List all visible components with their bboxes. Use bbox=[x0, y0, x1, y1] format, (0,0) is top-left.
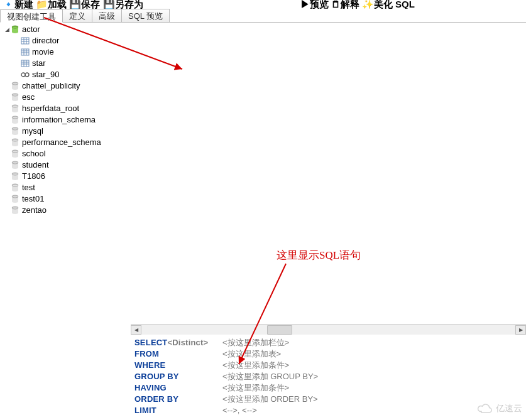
sql-keyword: LIMIT bbox=[134, 405, 222, 416]
table-icon bbox=[20, 59, 30, 68]
database-icon bbox=[10, 206, 19, 215]
tab-advanced[interactable]: 高级 bbox=[92, 9, 122, 22]
tree-label: performance_schema bbox=[21, 137, 101, 148]
tree-db-test01[interactable]: test01 bbox=[4, 193, 131, 205]
sql-keyword: WHERE bbox=[134, 360, 222, 371]
database-icon bbox=[10, 127, 19, 136]
sql-keyword: FROM bbox=[134, 348, 222, 360]
tree-label: information_schema bbox=[21, 114, 96, 126]
tree-db-test[interactable]: test bbox=[4, 182, 131, 193]
database-icon bbox=[10, 104, 19, 113]
svg-rect-2 bbox=[21, 38, 29, 44]
sql-row-select[interactable]: SELECT<Distinct> <按这里添加栏位> bbox=[134, 337, 522, 348]
database-icon bbox=[10, 82, 19, 90]
tree-label: esc bbox=[21, 92, 35, 103]
tree-label: test01 bbox=[21, 193, 44, 205]
sql-placeholder[interactable]: <按这里添加 ORDER BY> bbox=[222, 394, 318, 405]
tree-label: hsperfdata_root bbox=[21, 103, 79, 114]
tree-label: movie bbox=[31, 46, 54, 58]
svg-point-17 bbox=[21, 73, 25, 77]
design-canvas[interactable] bbox=[131, 23, 526, 324]
tree-label: test bbox=[21, 182, 35, 193]
tree-db-school[interactable]: school bbox=[4, 148, 131, 159]
tree-table-director[interactable]: director bbox=[14, 35, 131, 46]
database-icon bbox=[10, 172, 19, 181]
sql-row-limit[interactable]: LIMIT<-->, <--> bbox=[134, 405, 522, 416]
tree-db-infoschema[interactable]: information_schema bbox=[4, 114, 131, 126]
sql-placeholder[interactable]: <按这里添加栏位> bbox=[222, 337, 289, 348]
database-icon bbox=[10, 183, 19, 192]
tree-label: mysql bbox=[21, 126, 43, 137]
sql-row-orderby[interactable]: ORDER BY<按这里添加 ORDER BY> bbox=[134, 394, 522, 405]
view-icon bbox=[20, 70, 30, 79]
tree-db-t1806[interactable]: T1806 bbox=[4, 171, 131, 182]
tree-db-chattel[interactable]: chattel_publicity bbox=[4, 80, 131, 92]
svg-point-18 bbox=[25, 73, 29, 77]
sql-placeholder[interactable]: <按这里添加条件> bbox=[222, 382, 289, 394]
tree-label: student bbox=[21, 159, 49, 171]
database-icon bbox=[10, 116, 19, 124]
sql-keyword: GROUP BY bbox=[134, 371, 222, 382]
tree-db-esc[interactable]: esc bbox=[4, 92, 131, 103]
main-toolbar: 🔹新建 📁加载 💾保存 💾另存为 ▶预览 🗒解释 ✨美化 SQL bbox=[0, 0, 526, 9]
tree-table-star[interactable]: star bbox=[14, 58, 131, 69]
tree-label: school bbox=[21, 148, 46, 159]
tree-label: actor bbox=[21, 24, 40, 35]
tree-db-mysql[interactable]: mysql bbox=[4, 126, 131, 137]
tree-db-actor[interactable]: ◢ actor director movie star star_90 bbox=[4, 24, 131, 80]
tree-table-movie[interactable]: movie bbox=[14, 46, 131, 58]
database-icon bbox=[10, 25, 19, 34]
tree-label: star bbox=[31, 58, 46, 69]
table-icon bbox=[20, 48, 30, 57]
sql-placeholder[interactable]: <按这里添加表> bbox=[222, 348, 281, 360]
sql-placeholder[interactable]: <-->, <--> bbox=[222, 405, 257, 416]
tree-view-star90[interactable]: star_90 bbox=[14, 69, 131, 80]
tree-label: zentao bbox=[21, 205, 47, 216]
sql-distinct-toggle[interactable]: <Distinct> bbox=[167, 338, 208, 347]
database-icon bbox=[10, 138, 19, 147]
tree-db-zentao[interactable]: zentao bbox=[4, 205, 131, 216]
svg-rect-12 bbox=[21, 60, 29, 67]
tree-label: T1806 bbox=[21, 171, 45, 182]
tree-db-perfschema[interactable]: performance_schema bbox=[4, 137, 131, 148]
scroll-right-icon[interactable]: ▶ bbox=[515, 325, 526, 335]
tab-strip: 视图创建工具 定义 高级 SQL 预览 bbox=[0, 9, 526, 23]
tree-label: star_90 bbox=[31, 69, 59, 80]
database-icon bbox=[10, 93, 19, 102]
object-tree-panel: ◢ actor director movie star star_90 chat… bbox=[0, 23, 131, 420]
watermark: 亿速云 bbox=[476, 402, 522, 415]
tab-definition[interactable]: 定义 bbox=[62, 9, 92, 22]
sql-row-groupby[interactable]: GROUP BY<按这里添加 GROUP BY> bbox=[134, 371, 522, 382]
toolbar-right: ▶预览 🗒解释 ✨美化 SQL bbox=[300, 0, 415, 9]
sql-keyword: SELECT<Distinct> bbox=[134, 337, 222, 348]
workspace: ◢ actor director movie star star_90 chat… bbox=[0, 23, 526, 420]
sql-keyword: HAVING bbox=[134, 382, 222, 394]
sql-row-from[interactable]: FROM<按这里添加表> bbox=[134, 348, 522, 360]
sql-placeholder[interactable]: <按这里添加条件> bbox=[222, 360, 289, 371]
sql-row-where[interactable]: WHERE<按这里添加条件> bbox=[134, 360, 522, 371]
sql-placeholder[interactable]: <按这里添加 GROUP BY> bbox=[222, 371, 318, 382]
horizontal-scrollbar[interactable]: ◀ ▶ bbox=[131, 324, 526, 335]
svg-rect-7 bbox=[21, 49, 29, 55]
scroll-track[interactable] bbox=[141, 325, 515, 335]
cloud-icon bbox=[476, 402, 495, 415]
object-tree: ◢ actor director movie star star_90 chat… bbox=[3, 24, 131, 216]
database-icon bbox=[10, 195, 19, 203]
expand-icon[interactable]: ◢ bbox=[4, 24, 10, 35]
tree-label: chattel_publicity bbox=[21, 80, 80, 92]
main-area: ◀ ▶ SELECT<Distinct> <按这里添加栏位> FROM<按这里添… bbox=[131, 23, 526, 420]
tree-db-hsperfdata[interactable]: hsperfdata_root bbox=[4, 103, 131, 114]
sql-builder-grid: SELECT<Distinct> <按这里添加栏位> FROM<按这里添加表> … bbox=[131, 335, 526, 420]
tree-db-student[interactable]: student bbox=[4, 159, 131, 171]
database-icon bbox=[10, 149, 19, 158]
tree-label: director bbox=[31, 35, 59, 46]
tab-view-builder[interactable]: 视图创建工具 bbox=[0, 9, 63, 23]
sql-row-having[interactable]: HAVING<按这里添加条件> bbox=[134, 382, 522, 394]
scroll-thumb[interactable] bbox=[267, 325, 292, 335]
table-icon bbox=[20, 36, 30, 45]
tab-sql-preview[interactable]: SQL 预览 bbox=[121, 9, 170, 22]
database-icon bbox=[10, 161, 19, 170]
sql-keyword: ORDER BY bbox=[134, 394, 222, 405]
scroll-left-icon[interactable]: ◀ bbox=[131, 325, 141, 335]
watermark-text: 亿速云 bbox=[496, 403, 522, 414]
